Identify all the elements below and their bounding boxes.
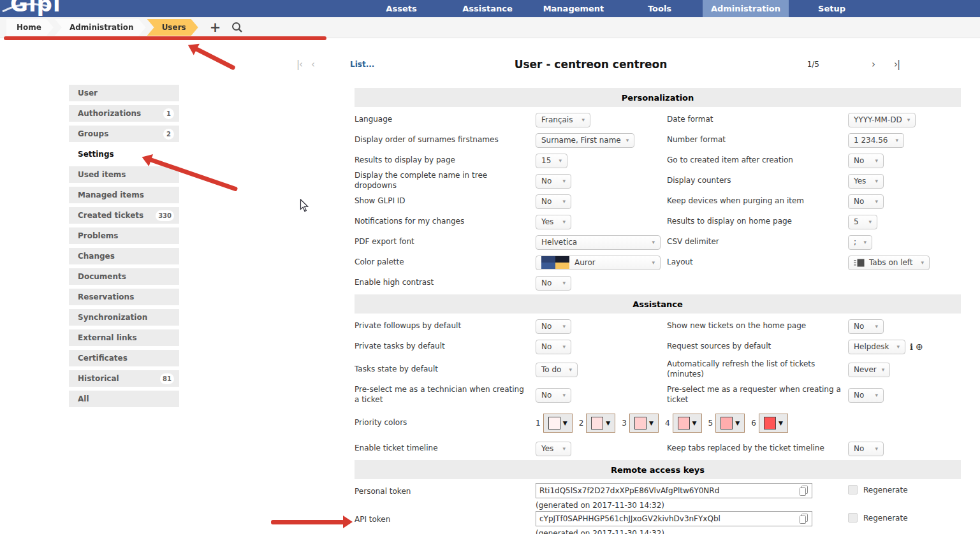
name-order-select[interactable]: Surname, First name▾	[536, 133, 634, 148]
token-generated-date: (generated on 2017-11-30 14:32)	[536, 501, 848, 510]
sidebar-item-settings[interactable]: Settings	[69, 146, 179, 162]
breadcrumb-users[interactable]: Users	[147, 19, 198, 36]
notifications-select[interactable]: Yes▾	[536, 215, 571, 229]
sidebar-item-created-tickets[interactable]: Created tickets330	[69, 207, 179, 224]
priority-5-color-picker[interactable]: ▼	[715, 414, 745, 433]
field-label: Results to display by page	[355, 155, 536, 166]
sidebar-item-groups[interactable]: Groups2	[69, 126, 179, 142]
caret-down-icon: ▾	[875, 445, 878, 452]
field-label: Notifications for my changes	[355, 217, 536, 227]
breadcrumb-administration[interactable]: Administration	[55, 19, 146, 36]
layout-select[interactable]: Tabs on left ▾	[848, 256, 930, 270]
caret-down-icon: ▾	[562, 198, 566, 205]
sidebar-item-problems[interactable]: Problems	[69, 227, 179, 244]
regenerate-personal-checkbox[interactable]	[848, 485, 858, 494]
logo-swoosh-icon	[1, 1, 51, 17]
field-label: Priority colors	[355, 418, 536, 428]
nav-tab-tools[interactable]: Tools	[617, 0, 703, 17]
add-source-icon[interactable]: ⊕	[916, 342, 923, 352]
preselect-requester-select[interactable]: No▾	[848, 388, 884, 403]
info-icon[interactable]: i	[910, 342, 913, 352]
list-link[interactable]: List...	[350, 60, 374, 69]
home-results-select[interactable]: 5▾	[848, 215, 877, 229]
field-label: Personal token	[355, 483, 536, 497]
sidebar-item-reservations[interactable]: Reservations	[69, 289, 179, 305]
private-followups-select[interactable]: No▾	[536, 319, 571, 334]
first-record-button[interactable]: |‹	[296, 59, 302, 70]
form-row: Private tasks by default No▾ Request sou…	[355, 336, 961, 357]
regenerate-api-checkbox[interactable]	[848, 513, 858, 523]
sidebar-item-all[interactable]: All	[69, 391, 179, 407]
new-tickets-home-select[interactable]: No▾	[848, 319, 884, 334]
goto-created-select[interactable]: No▾	[848, 154, 884, 168]
sidebar-item-managed-items[interactable]: Managed items	[69, 187, 179, 203]
private-tasks-select[interactable]: No▾	[536, 340, 571, 354]
form-row: Display the complete name in tree dropdo…	[355, 171, 961, 191]
color-palette-select[interactable]: Auror ▾	[536, 256, 661, 270]
nav-tab-administration[interactable]: Administration	[703, 0, 789, 17]
caret-down-icon: ▼	[563, 420, 567, 426]
priority-3-color-picker[interactable]: ▼	[629, 414, 659, 433]
previous-record-button[interactable]: ‹	[311, 59, 314, 70]
field-label: Enable high contrast	[355, 278, 536, 288]
keep-tabs-select[interactable]: No▾	[848, 442, 884, 456]
preselect-technician-select[interactable]: No▾	[536, 388, 571, 403]
search-icon[interactable]	[231, 22, 243, 33]
date-format-select[interactable]: YYYY-MM-DD▾	[848, 113, 916, 127]
sidebar-item-changes[interactable]: Changes	[69, 248, 179, 264]
language-select[interactable]: Français▾	[536, 113, 590, 127]
glpi-user-settings-screen: Glpi Assets Assistance Management Tools …	[0, 0, 980, 534]
caret-down-icon: ▾	[921, 259, 924, 266]
keep-devices-select[interactable]: No▾	[848, 194, 884, 209]
copy-icon[interactable]	[799, 514, 808, 524]
high-contrast-select[interactable]: No▾	[536, 276, 571, 291]
priority-1-color-picker[interactable]: ▼	[543, 414, 573, 433]
priority-2-color-picker[interactable]: ▼	[586, 414, 615, 433]
caret-down-icon: ▾	[559, 157, 562, 164]
request-source-select[interactable]: Helpdesk▾	[848, 340, 905, 354]
sidebar-item-external-links[interactable]: External links	[69, 329, 179, 346]
sidebar-item-authorizations[interactable]: Authorizations1	[69, 105, 179, 122]
ticket-timeline-select[interactable]: Yes▾	[536, 442, 571, 456]
api-token-input[interactable]	[539, 514, 796, 523]
caret-down-icon: ▾	[581, 117, 585, 123]
nav-tab-management[interactable]: Management	[530, 0, 617, 17]
add-item-button[interactable]: +	[210, 21, 221, 34]
personal-token-input[interactable]	[539, 486, 796, 495]
form-row: Enable ticket timeline Yes▾ Keep tabs re…	[355, 438, 961, 459]
field-label: Pre-select me as a technician when creat…	[355, 385, 536, 405]
form-row: Notifications for my changes Yes▾ Result…	[355, 212, 961, 232]
display-counters-select[interactable]: Yes▾	[848, 174, 884, 189]
csv-delimiter-select[interactable]: ;▾	[848, 235, 872, 250]
pdf-font-select[interactable]: Helvetica▾	[536, 235, 661, 250]
breadcrumb-home[interactable]: Home	[6, 19, 54, 36]
sidebar-item-synchronization[interactable]: Synchronization	[69, 309, 179, 326]
nav-tab-setup[interactable]: Setup	[789, 0, 875, 17]
auto-refresh-select[interactable]: Never▾	[848, 363, 890, 377]
field-label: Keep devices when purging an item	[667, 196, 848, 206]
priority-colors: 1▼ 2▼ 3▼ 4▼ 5▼ 6▼	[536, 414, 788, 433]
form-row: Language Français▾ Date format YYYY-MM-D…	[355, 110, 961, 130]
show-glpi-id-select[interactable]: No▾	[536, 194, 571, 209]
section-header-remote-access-keys: Remote access keys	[355, 460, 961, 479]
number-format-select[interactable]: 1 234.56▾	[848, 133, 904, 148]
field-label: API token	[355, 511, 536, 525]
sidebar-item-user[interactable]: User	[69, 85, 179, 101]
nav-tab-assets[interactable]: Assets	[358, 0, 444, 17]
copy-icon[interactable]	[799, 486, 808, 496]
tree-dropdown-name-select[interactable]: No▾	[536, 174, 571, 189]
count-badge: 2	[163, 129, 174, 140]
sidebar-item-documents[interactable]: Documents	[69, 268, 179, 285]
priority-6-color-picker[interactable]: ▼	[759, 414, 788, 433]
sidebar-item-certificates[interactable]: Certificates	[69, 350, 179, 366]
next-record-button[interactable]: ›	[872, 59, 875, 70]
nav-tab-assistance[interactable]: Assistance	[444, 0, 530, 17]
sidebar-item-historical[interactable]: Historical81	[69, 370, 179, 387]
caret-down-icon: ▾	[569, 366, 572, 373]
results-per-page-select[interactable]: 15▾	[536, 154, 567, 168]
tasks-state-select[interactable]: To do▾	[536, 363, 578, 377]
caret-down-icon: ▾	[562, 178, 566, 184]
sidebar-item-used-items[interactable]: Used items	[69, 166, 179, 183]
priority-4-color-picker[interactable]: ▼	[673, 414, 702, 433]
last-record-button[interactable]: ›|	[894, 59, 900, 70]
